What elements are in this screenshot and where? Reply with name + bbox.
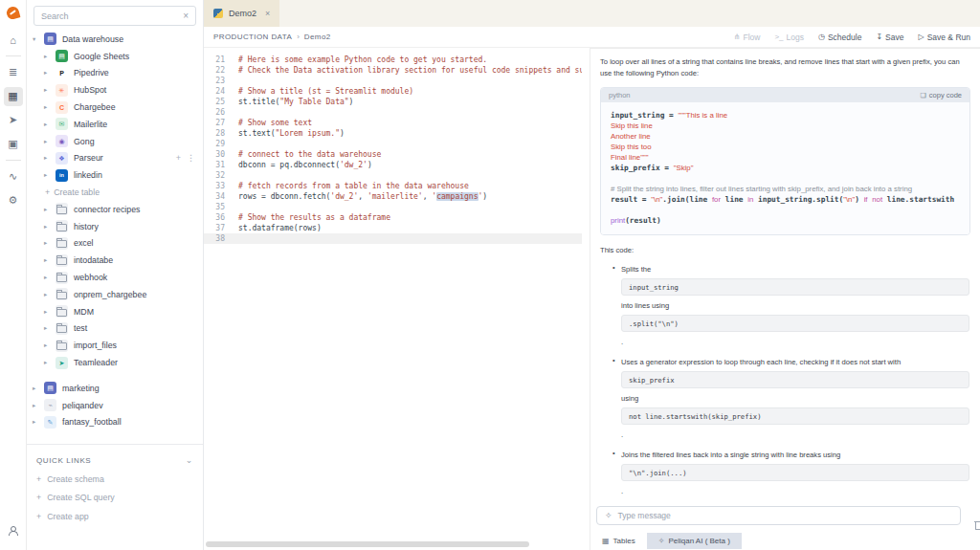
settings-icon[interactable]: ⚙ bbox=[4, 191, 23, 210]
code-editor[interactable]: 21# Here is some example Python code to … bbox=[204, 48, 582, 550]
editor-line[interactable]: 28st.text("Lorem ipsum.") bbox=[204, 128, 582, 139]
create-table-link[interactable]: +Create table bbox=[27, 184, 203, 201]
line-number: 33 bbox=[204, 181, 229, 191]
editor-line[interactable]: 25st.title("My Table Data") bbox=[204, 97, 582, 107]
message-input[interactable]: ✧ Type message bbox=[596, 506, 961, 525]
sidebar-item-linkedin[interactable]: ▸inlinkedin bbox=[27, 166, 203, 184]
sidebar-item-pipedrive[interactable]: ▸PPipedrive bbox=[27, 65, 203, 82]
chevron-right-icon[interactable]: ▸ bbox=[44, 53, 54, 60]
tab-demo2[interactable]: Demo2 × bbox=[204, 0, 279, 27]
clear-search-icon[interactable]: × bbox=[183, 11, 189, 21]
sidebar-item-webhook[interactable]: ▸webhook bbox=[27, 269, 203, 286]
sidebar-item-import-files[interactable]: ▸import_files bbox=[27, 337, 203, 354]
sidebar-item-intodatabe[interactable]: ▸intodatabe bbox=[27, 252, 203, 269]
chevron-right-icon[interactable]: ▸ bbox=[44, 154, 54, 162]
sidebar-item-hubspot[interactable]: ▸✳HubSpot bbox=[27, 81, 203, 99]
home-icon[interactable]: ⌂ bbox=[4, 31, 23, 50]
sidebar-item-gong[interactable]: ▸◉Gong bbox=[27, 133, 203, 150]
chevron-right-icon[interactable]: ▸ bbox=[44, 138, 54, 145]
editor-line[interactable]: 27# Show some text bbox=[204, 118, 582, 128]
sidebar-item-history[interactable]: ▸history bbox=[27, 218, 203, 235]
chevron-right-icon[interactable]: ▸ bbox=[44, 69, 54, 77]
chevron-right-icon[interactable]: ▸ bbox=[44, 291, 54, 298]
breadcrumb-parent[interactable]: PRODUCTION DATA bbox=[213, 33, 292, 41]
chevron-right-icon[interactable]: ▸ bbox=[44, 223, 54, 231]
editor-line[interactable]: 35 bbox=[204, 202, 582, 212]
editor-line[interactable]: 21# Here is some example Python code to … bbox=[204, 55, 582, 65]
pipelines-icon[interactable]: ➤ bbox=[4, 111, 23, 130]
schedule-button[interactable]: ◷Schedule bbox=[818, 33, 861, 42]
chevron-right-icon[interactable]: ▸ bbox=[33, 418, 42, 426]
editor-line[interactable]: 22# Check the Data activation library se… bbox=[204, 65, 582, 76]
chevron-right-icon[interactable]: ▸ bbox=[44, 206, 54, 213]
save-icon: ↧ bbox=[876, 33, 882, 41]
quick-link-create-app[interactable]: +Create app bbox=[36, 512, 193, 521]
editor-line[interactable]: 36# Show the results as a dataframe bbox=[204, 212, 582, 223]
chevron-down-icon[interactable]: ⌄ bbox=[186, 455, 193, 465]
peliqan-logo-icon[interactable] bbox=[6, 6, 21, 21]
chevron-right-icon[interactable]: ▸ bbox=[44, 103, 54, 111]
editor-line[interactable]: 38 bbox=[204, 233, 582, 244]
chevron-down-icon[interactable]: ▾ bbox=[33, 35, 42, 43]
chevron-right-icon[interactable]: ▸ bbox=[44, 308, 54, 316]
sidebar-item-marketing[interactable]: ▸▤marketing bbox=[27, 380, 203, 397]
editor-line[interactable]: 30# connect to the data warehouse bbox=[204, 149, 582, 160]
save-button[interactable]: ↧Save bbox=[876, 33, 903, 42]
sidebar-item-google-sheets[interactable]: ▸▤Google Sheets bbox=[27, 48, 203, 65]
chevron-right-icon[interactable]: ▸ bbox=[44, 256, 54, 264]
editor-tabbar: Demo2 × bbox=[204, 0, 980, 27]
activity-icon[interactable]: ∿ bbox=[4, 167, 23, 187]
chevron-right-icon[interactable]: ▸ bbox=[44, 171, 54, 179]
quick-link-create-sql-query[interactable]: +Create SQL query bbox=[36, 493, 193, 502]
editor-line[interactable]: 26 bbox=[204, 107, 582, 118]
copy-code-button[interactable]: ❏ copy code bbox=[921, 91, 962, 99]
quick-link-create-schema[interactable]: +Create schema bbox=[36, 474, 193, 484]
code-token: print bbox=[611, 216, 625, 225]
editor-line[interactable]: 33# fetch records from a table in the da… bbox=[204, 181, 582, 191]
tables-icon[interactable]: ▦ bbox=[4, 87, 23, 106]
editor-line[interactable]: 23 bbox=[204, 76, 582, 86]
editor-line[interactable]: 24# Show a title (st = Streamlit module) bbox=[204, 86, 582, 97]
chevron-right-icon[interactable]: ▸ bbox=[44, 86, 54, 94]
logs-button[interactable]: >_Logs bbox=[774, 33, 804, 42]
close-tab-icon[interactable]: × bbox=[265, 9, 270, 18]
sidebar-item-onprem-chargebee[interactable]: ▸onprem_chargebee bbox=[27, 286, 203, 303]
sidebar-item-fantasy-football[interactable]: ▸✎fantasy_football bbox=[27, 414, 203, 431]
code-token: input_string.split( bbox=[753, 195, 843, 204]
sidebar-item-mdm[interactable]: ▸MDM bbox=[27, 303, 203, 320]
sidebar-item-peliqandev[interactable]: ▸⌁peliqandev bbox=[27, 397, 203, 414]
apps-icon[interactable]: ▣ bbox=[4, 135, 23, 154]
flow-button[interactable]: ⋔Flow bbox=[734, 33, 761, 42]
editor-line[interactable]: 31dbconn = pq.dbconnect('dw_2') bbox=[204, 160, 582, 170]
chevron-right-icon[interactable]: ▸ bbox=[44, 359, 54, 366]
chevron-right-icon[interactable]: ▸ bbox=[33, 385, 42, 392]
editor-line[interactable]: 29 bbox=[204, 139, 582, 149]
sidebar-item-data-warehouse[interactable]: ▾▤Data warehouse bbox=[27, 31, 203, 48]
sidebar-item-mailerlite[interactable]: ▸✉Mailerlite bbox=[27, 116, 203, 133]
account-icon[interactable] bbox=[4, 521, 23, 540]
editor-line[interactable]: 37st.dataframe(rows) bbox=[204, 223, 582, 233]
chevron-right-icon[interactable]: ▸ bbox=[44, 239, 54, 247]
editor-line[interactable]: 32 bbox=[204, 170, 582, 181]
sidebar-item-teamleader[interactable]: ▸➤Teamleader bbox=[27, 354, 203, 371]
chevron-right-icon[interactable]: ▸ bbox=[44, 341, 54, 349]
bottom-tab-tables[interactable]: ▦Tables bbox=[590, 533, 647, 549]
more-options-icon[interactable]: ⋮ bbox=[187, 153, 195, 163]
add-icon[interactable]: + bbox=[176, 153, 181, 163]
sidebar-item-excel[interactable]: ▸excel bbox=[27, 235, 203, 253]
chevron-right-icon[interactable]: ▸ bbox=[44, 324, 54, 332]
chevron-right-icon[interactable]: ▸ bbox=[44, 274, 54, 281]
save-and-run-button[interactable]: ▷Save & Run bbox=[918, 33, 970, 42]
search-input[interactable]: Search × bbox=[33, 6, 196, 26]
code-token: # Show a title (st = Streamlit module) bbox=[238, 87, 413, 96]
sidebar-item-test[interactable]: ▸test bbox=[27, 320, 203, 338]
bottom-tab-peliqan-ai[interactable]: ✧Peliqan AI ( Beta ) bbox=[647, 533, 742, 549]
sidebar-item-connector-recipes[interactable]: ▸connector recipes bbox=[27, 201, 203, 218]
sidebar-item-parseur[interactable]: ▸❖Parseur+⋮ bbox=[27, 150, 203, 167]
sidebar-item-chargebee[interactable]: ▸CChargebee bbox=[27, 99, 203, 116]
horizontal-scrollbar[interactable] bbox=[206, 541, 529, 547]
chevron-right-icon[interactable]: ▸ bbox=[33, 402, 42, 409]
connections-icon[interactable]: ≣ bbox=[4, 63, 23, 82]
editor-line[interactable]: 34rows = dbconn.fetch('dw_2', 'mailerlit… bbox=[204, 191, 582, 202]
chevron-right-icon[interactable]: ▸ bbox=[44, 121, 54, 128]
